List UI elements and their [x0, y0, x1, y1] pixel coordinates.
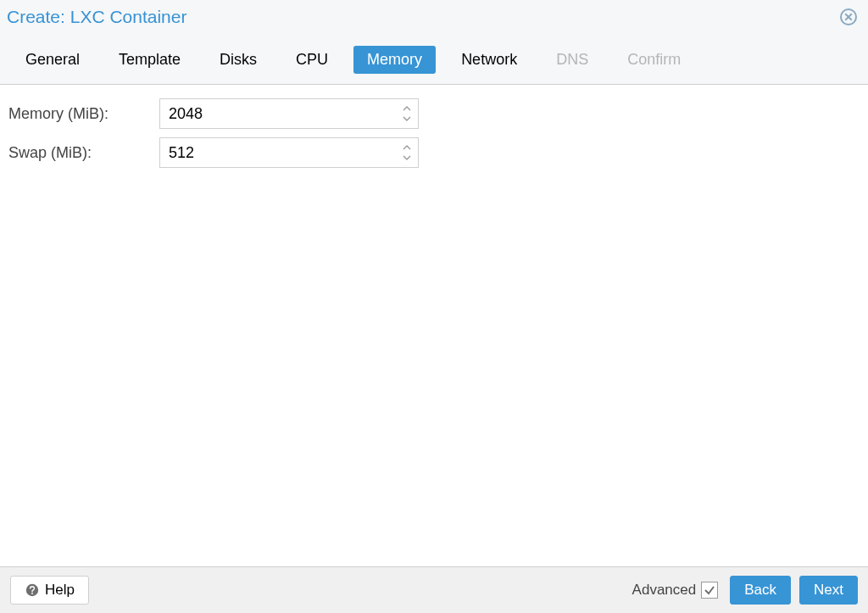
back-button[interactable]: Back [730, 576, 791, 605]
row-memory: Memory (MiB): [8, 98, 860, 129]
label-memory: Memory (MiB): [8, 105, 159, 123]
advanced-checkbox[interactable] [701, 582, 718, 599]
memory-spinner[interactable] [159, 98, 419, 129]
chevron-down-icon [403, 155, 411, 160]
memory-step-down[interactable] [399, 114, 415, 124]
memory-step-up[interactable] [399, 103, 415, 114]
swap-step-down[interactable] [399, 153, 415, 163]
help-icon [25, 582, 40, 598]
tab-template[interactable]: Template [105, 46, 194, 74]
next-button[interactable]: Next [799, 576, 858, 605]
swap-input[interactable] [160, 138, 418, 167]
wizard-footer: Help Advanced Back Next [0, 566, 868, 613]
close-icon [840, 8, 857, 25]
dialog-titlebar: Create: LXC Container [0, 0, 868, 34]
tab-disks[interactable]: Disks [206, 46, 270, 74]
wizard-panel-memory: Memory (MiB): Swap (MiB): [0, 85, 868, 566]
advanced-label: Advanced [632, 582, 697, 599]
dialog-title: Create: LXC Container [7, 7, 186, 27]
back-button-label: Back [744, 582, 776, 599]
memory-input[interactable] [160, 99, 418, 128]
wizard-tabstrip: General Template Disks CPU Memory Networ… [0, 34, 868, 85]
chevron-down-icon [403, 116, 411, 121]
close-button[interactable] [839, 8, 858, 26]
help-button[interactable]: Help [10, 576, 89, 605]
chevron-up-icon [403, 145, 411, 150]
tab-confirm: Confirm [614, 46, 694, 74]
chevron-up-icon [403, 106, 411, 111]
help-button-label: Help [45, 582, 75, 599]
row-swap: Swap (MiB): [8, 137, 860, 168]
tab-dns: DNS [542, 46, 602, 74]
swap-step-up[interactable] [399, 142, 415, 153]
advanced-toggle[interactable]: Advanced [632, 582, 719, 599]
next-button-label: Next [814, 582, 843, 599]
tab-cpu[interactable]: CPU [282, 46, 342, 74]
tab-general[interactable]: General [12, 46, 93, 74]
tab-network[interactable]: Network [448, 46, 531, 74]
label-swap: Swap (MiB): [8, 144, 159, 162]
svg-point-4 [31, 593, 33, 594]
swap-spinner[interactable] [159, 137, 419, 168]
tab-memory[interactable]: Memory [353, 46, 436, 74]
check-icon [704, 584, 715, 596]
